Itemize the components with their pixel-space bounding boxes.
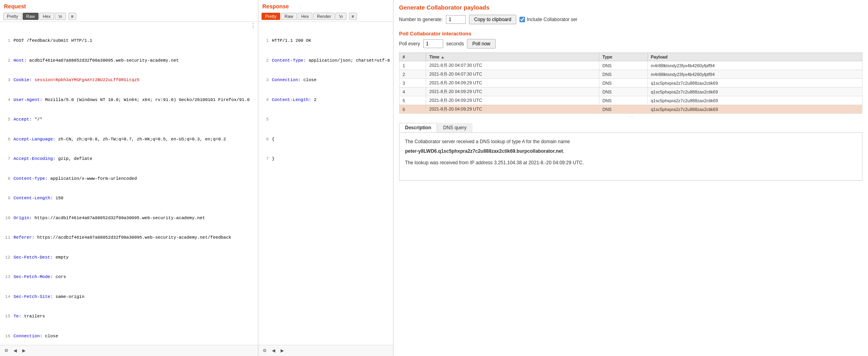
collaborator-title: Generate Collaborator payloads [399,4,862,11]
cell-num: 5 [399,96,426,105]
request-bottom-icon-3[interactable]: ▶ [21,348,27,354]
copy-clipboard-button[interactable]: Copy to clipboard [469,15,516,24]
table-row[interactable]: 5 2021-8月-20 04:09:29 UTC DNS q1sc5phxpr… [399,96,862,105]
table-row[interactable]: 2 2021-8月-20 04:07:30 UTC DNS m4r88lktsn… [399,70,862,79]
request-bottom-bar: ⚙ ◀ ▶ [0,345,258,356]
poll-now-button[interactable]: Poll now [467,39,495,49]
tab-menu-resp[interactable]: ≡ [349,13,357,20]
resize-handle[interactable]: · · · [399,114,862,120]
request-code-area[interactable]: 1POST /feedback/submit HTTP/1.1 2Host: a… [0,22,258,345]
table-row[interactable]: 6 2021-8月-20 04:09:29 UTC DNS q1sc5phxpr… [399,105,862,114]
request-code-wrapper: 1POST /feedback/submit HTTP/1.1 2Host: a… [0,22,258,345]
response-bottom-bar: ⚙ ◀ ▶ [258,345,393,356]
table-row[interactable]: 4 2021-8月-20 04:09:29 UTC DNS q1sc5phxpr… [399,88,862,96]
request-tab-bar: Pretty Raw Hex \n ≡ [0,11,258,22]
include-checkbox[interactable] [519,17,525,22]
cell-payload: m4r88lktsndy23fyx4b4260yfplf94 [647,61,862,70]
detail-content: The Collaborator server received a DNS l… [399,133,862,181]
cell-type: DNS [599,105,647,114]
tab-raw-req[interactable]: Raw [23,13,39,20]
interactions-table: # Time ▲ Type Payload 1 2021-8月-20 04:07… [399,53,862,114]
cell-payload: m4r88lktsndy23fyx4b4260yfplf94 [647,70,862,79]
cell-payload: q1sc5phxpra2z7c2u888zax2ctik69 [647,79,862,88]
cell-time: 2021-8月-20 04:09:29 UTC [426,88,599,96]
tab-hex-resp[interactable]: Hex [298,13,313,20]
response-title: Response [258,0,393,11]
tab-menu-req[interactable]: ≡ [68,13,76,20]
cell-num: 6 [399,105,426,114]
response-panel: Response Pretty Raw Hex Render \n ≡ 1HTT… [258,0,393,356]
col-type[interactable]: Type [599,53,647,61]
request-bottom-icon-2[interactable]: ◀ [12,348,18,354]
response-code-wrapper: 1HTTP/1.1 200 OK 2Content-Type: applicat… [258,22,393,345]
tab-pretty-req[interactable]: Pretty [3,13,22,20]
include-label: Include Collaborator ser [527,17,577,22]
detail-tabs: Description DNS query [399,123,862,133]
cell-time: 2021-8月-20 04:07:30 UTC [426,70,599,79]
col-time[interactable]: Time ▲ [426,53,599,61]
table-row[interactable]: 3 2021-8月-20 04:09:29 UTC DNS q1sc5phxpr… [399,79,862,88]
poll-seconds-label: seconds [446,41,464,47]
request-bottom-icon-1[interactable]: ⚙ [3,348,10,354]
response-code-area[interactable]: 1HTTP/1.1 200 OK 2Content-Type: applicat… [258,22,393,345]
cell-num: 1 [399,61,426,70]
request-panel: Request Pretty Raw Hex \n ≡ 1POST /feedb… [0,0,258,356]
cell-time: 2021-8月-20 04:09:29 UTC [426,105,599,114]
collaborator-panel: Generate Collaborator payloads Number to… [393,0,868,356]
cell-type: DNS [599,70,647,79]
number-label: Number to generate: [399,17,443,22]
response-bottom-icon-1[interactable]: ⚙ [262,348,268,354]
cell-num: 4 [399,88,426,96]
request-title: Request [0,0,258,11]
poll-seconds-input[interactable] [423,39,443,48]
include-checkbox-row: Include Collaborator ser [519,17,577,22]
poll-title: Poll Collaborator interactions [399,31,862,37]
cell-type: DNS [599,61,647,70]
cell-payload: q1sc5phxpra2z7c2u888zax2ctik69 [647,96,862,105]
cell-type: DNS [599,79,647,88]
tab-render-resp[interactable]: Render [313,13,335,20]
cell-num: 2 [399,70,426,79]
col-hash: # [399,53,426,61]
tab-dns-query[interactable]: DNS query [437,123,473,132]
generate-row: Number to generate: Copy to clipboard In… [399,15,862,24]
response-tab-bar: Pretty Raw Hex Render \n ≡ [258,11,393,22]
cell-time: 2021-8月-20 04:07:30 UTC [426,61,599,70]
number-input[interactable] [446,15,466,24]
cell-time: 2021-8月-20 04:09:29 UTC [426,79,599,88]
response-bottom-icon-3[interactable]: ▶ [279,348,285,354]
tab-description[interactable]: Description [399,123,437,132]
cell-type: DNS [599,88,647,96]
request-context-menu-icon[interactable]: ⋮ [250,22,256,29]
table-row[interactable]: 1 2021-8月-20 04:07:30 UTC DNS m4r88lktsn… [399,61,862,70]
tab-hex-req[interactable]: Hex [39,13,54,20]
description-line2: The lookup was received from IP address … [405,159,856,167]
description-domain: peter-y8LWD6.q1sc5phxpra2z7c2u888zax2cti… [405,147,856,155]
cell-payload: q1sc5phxpra2z7c2u888zax2ctik69 [647,105,862,114]
cell-type: DNS [599,96,647,105]
tab-pretty-resp[interactable]: Pretty [262,13,280,20]
description-line1: The Collaborator server received a DNS l… [405,138,856,146]
poll-row: Poll every seconds Poll now [399,39,862,49]
response-bottom-icon-2[interactable]: ◀ [270,348,277,354]
cell-num: 3 [399,79,426,88]
cell-payload: q1sc5phxpra2z7c2u888zax2ctik69 [647,88,862,96]
cell-time: 2021-8月-20 04:09:29 UTC [426,96,599,105]
tab-raw-resp[interactable]: Raw [281,13,297,20]
poll-every-label: Poll every [399,41,420,47]
tab-newline-req[interactable]: \n [55,13,66,20]
tab-newline-resp[interactable]: \n [335,13,346,20]
col-payload: Payload [647,53,862,61]
